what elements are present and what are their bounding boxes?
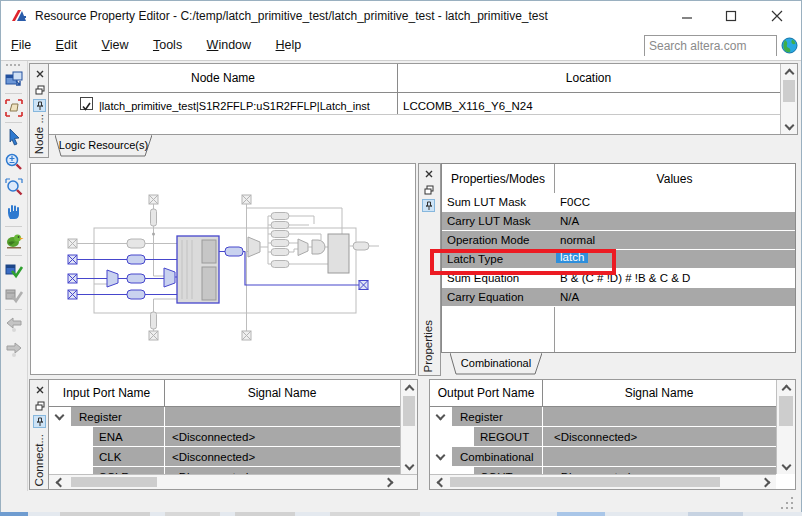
input-ports-rows: Register ENA <Disconnected> CLK <Disconn… bbox=[49, 407, 400, 474]
expander-icon[interactable] bbox=[55, 411, 65, 421]
minimize-button[interactable] bbox=[667, 1, 707, 30]
node-panel-vscrollbar[interactable] bbox=[780, 64, 797, 134]
menu-view[interactable]: View bbox=[92, 31, 139, 60]
menu-file[interactable]: File bbox=[1, 31, 41, 60]
input-ports-table: Input Port Name Signal Name Register ENA… bbox=[48, 379, 418, 490]
input-port-ena[interactable]: ENA <Disconnected> bbox=[49, 427, 400, 447]
column-header-output-port-name[interactable]: Output Port Name bbox=[430, 380, 542, 406]
schematic-view[interactable] bbox=[30, 163, 416, 375]
connections-panel-float-icon[interactable] bbox=[33, 399, 46, 412]
menu-edit[interactable]: Edit bbox=[46, 31, 88, 60]
app-icon bbox=[10, 7, 28, 25]
output-port-cout[interactable]: COUT <Disconnected> bbox=[430, 467, 776, 474]
back-icon[interactable] bbox=[4, 314, 24, 334]
column-header-signal-name-left[interactable]: Signal Name bbox=[164, 380, 400, 406]
toolbar-grip[interactable] bbox=[6, 64, 22, 66]
expander-icon[interactable] bbox=[436, 411, 446, 421]
detach-window-icon[interactable] bbox=[4, 69, 24, 89]
output-port-regout[interactable]: REGOUT <Disconnected> bbox=[430, 427, 776, 447]
output-panel-hscrollbar[interactable] bbox=[430, 474, 776, 489]
output-group-register[interactable]: Register bbox=[430, 407, 776, 427]
column-header-input-port-name[interactable]: Input Port Name bbox=[49, 380, 164, 406]
node-panel-float-icon[interactable] bbox=[33, 83, 46, 96]
input-group-register[interactable]: Register bbox=[49, 407, 400, 427]
status-area bbox=[1, 491, 801, 512]
column-header-signal-name-right[interactable]: Signal Name bbox=[542, 380, 776, 406]
node-panel-strip: Node ... bbox=[29, 63, 49, 158]
zoom-fit-icon[interactable] bbox=[4, 98, 24, 118]
properties-panel-vertical-label: Properties bbox=[422, 320, 434, 372]
connections-output-panel: Output Port Name Signal Name Register RE… bbox=[429, 379, 796, 490]
node-table: Node Name Location |latch_primitive_test… bbox=[48, 63, 798, 135]
expander-icon[interactable] bbox=[436, 451, 446, 461]
input-port-sclr[interactable]: SCLR <Disconnected> bbox=[49, 467, 400, 474]
schematic-diagram bbox=[31, 164, 415, 374]
assign-resource-icon[interactable] bbox=[4, 260, 24, 280]
scroll-down-icon[interactable] bbox=[781, 120, 798, 134]
unassign-resource-icon[interactable] bbox=[4, 285, 24, 305]
output-group-combinational[interactable]: Combinational bbox=[430, 447, 776, 467]
tab-combinational[interactable]: Combinational bbox=[450, 353, 542, 375]
window-title: Resource Property Editor - C:/temp/latch… bbox=[35, 9, 548, 23]
latch-type-highlight-annotation bbox=[430, 249, 616, 275]
maximize-button[interactable] bbox=[711, 1, 751, 30]
left-toolbar bbox=[1, 61, 28, 513]
menu-help[interactable]: Help bbox=[266, 31, 312, 60]
input-panel-hscrollbar[interactable] bbox=[49, 474, 417, 489]
property-row-operation-mode[interactable]: Operation Mode normal bbox=[442, 231, 795, 250]
tab-logic-resources[interactable]: Logic Resource(s) bbox=[55, 135, 152, 157]
column-header-node-name[interactable]: Node Name bbox=[49, 64, 397, 92]
column-header-values[interactable]: Values bbox=[554, 164, 795, 193]
node-panel-vertical-label: Node ... bbox=[33, 114, 45, 154]
property-row-carry-lut-mask[interactable]: Carry LUT Mask N/A bbox=[442, 212, 795, 231]
input-panel-vscrollbar[interactable] bbox=[400, 380, 417, 474]
taskbar-sliver bbox=[0, 512, 802, 516]
connections-panel-vertical-label: Connect... bbox=[33, 434, 45, 486]
property-row-carry-equation[interactable]: Carry Equation N/A bbox=[442, 288, 795, 307]
connections-panel-pin-icon[interactable] bbox=[33, 415, 46, 428]
node-panel-close-icon[interactable] bbox=[33, 67, 46, 80]
menu-window[interactable]: Window bbox=[197, 31, 261, 60]
birds-eye-view-icon[interactable] bbox=[4, 231, 24, 251]
node-panel-pin-icon[interactable] bbox=[33, 99, 46, 112]
search-input[interactable] bbox=[645, 37, 776, 56]
forward-icon[interactable] bbox=[4, 339, 24, 359]
selection-tool-icon[interactable] bbox=[4, 127, 24, 147]
close-button[interactable] bbox=[757, 1, 797, 30]
column-header-location[interactable]: Location bbox=[397, 64, 780, 92]
property-row-sum-lut-mask[interactable]: Sum LUT Mask F0CC bbox=[442, 193, 795, 212]
zoom-tool-icon[interactable] bbox=[4, 152, 24, 172]
connections-panel-close-icon[interactable] bbox=[33, 383, 46, 396]
menu-bar: File Edit View Tools Window Help bbox=[1, 31, 801, 61]
title-bar: Resource Property Editor - C:/temp/latch… bbox=[1, 1, 801, 31]
node-checkbox[interactable] bbox=[80, 97, 93, 110]
zoom-area-tool-icon[interactable] bbox=[4, 177, 24, 197]
search-box[interactable] bbox=[644, 35, 777, 56]
output-ports-rows: Register REGOUT <Disconnected> Combinati… bbox=[430, 407, 776, 474]
node-name-cell: |latch_primitive_test|S1R2FFLP:uS1R2FFLP… bbox=[99, 100, 395, 112]
menu-tools[interactable]: Tools bbox=[143, 31, 192, 60]
column-header-properties-modes[interactable]: Properties/Modes bbox=[442, 164, 554, 193]
scroll-up-icon[interactable] bbox=[781, 64, 798, 78]
properties-panel-pin-icon[interactable] bbox=[422, 199, 435, 212]
input-port-clk[interactable]: CLK <Disconnected> bbox=[49, 447, 400, 467]
pan-hand-tool-icon[interactable] bbox=[4, 202, 24, 222]
resource-property-editor-window: Resource Property Editor - C:/temp/latch… bbox=[0, 0, 802, 512]
properties-panel-close-icon[interactable] bbox=[422, 167, 435, 180]
connections-panel-strip: Connect... bbox=[29, 379, 49, 490]
globe-icon[interactable] bbox=[781, 37, 798, 54]
properties-panel-float-icon[interactable] bbox=[422, 183, 435, 196]
node-location-cell: LCCOMB_X116_Y6_N24 bbox=[403, 100, 533, 112]
output-panel-vscrollbar[interactable] bbox=[776, 380, 795, 474]
